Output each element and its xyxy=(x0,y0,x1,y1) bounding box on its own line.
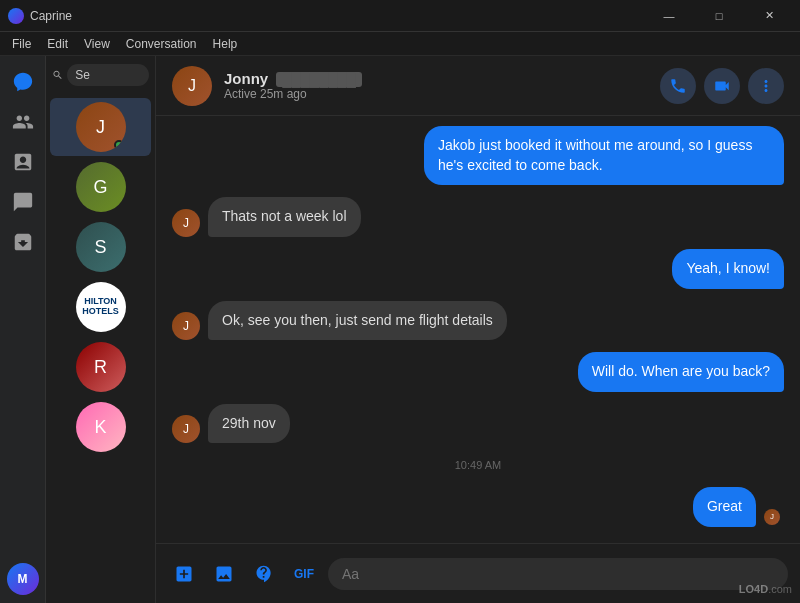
message-row-3: J Thats not a week lol xyxy=(172,197,784,237)
incoming-avatar-2: J xyxy=(172,312,200,340)
my-avatar[interactable]: M xyxy=(7,563,39,595)
icon-sidebar: M xyxy=(0,56,46,603)
title-bar: Caprine — □ ✕ xyxy=(0,0,800,32)
chat-header-status: Active 25m ago xyxy=(224,87,648,101)
message-row-5: J Ok, see you then, just send me flight … xyxy=(172,301,784,341)
chat-header-info: Jonny ████████ Active 25m ago xyxy=(224,70,648,101)
message-row-7: J 29th nov xyxy=(172,404,784,444)
sidebar-item-chat[interactable] xyxy=(5,64,41,100)
app-icon xyxy=(8,8,24,24)
message-bubble-2: Jakob just booked it without me around, … xyxy=(424,126,784,185)
contact-item-6[interactable]: K xyxy=(50,398,151,456)
chat-header-avatar: J xyxy=(172,66,212,106)
message-bubble-6: Will do. When are you back? xyxy=(578,352,784,392)
menu-edit[interactable]: Edit xyxy=(39,35,76,53)
contacts-list: J G S HILTONHOTELS xyxy=(46,94,155,460)
search-icon xyxy=(52,68,63,82)
contact-avatar-6: K xyxy=(76,402,126,452)
video-button[interactable] xyxy=(704,68,740,104)
menu-bar: File Edit View Conversation Help xyxy=(0,32,800,56)
chat-header-actions xyxy=(660,68,784,104)
incoming-avatar-3: J xyxy=(172,415,200,443)
chat-input-area: GIF xyxy=(156,543,800,603)
gif-button[interactable]: GIF xyxy=(288,558,320,590)
message-bubble-3: Thats not a week lol xyxy=(208,197,361,237)
message-row-2: Jakob just booked it without me around, … xyxy=(172,126,784,185)
menu-conversation[interactable]: Conversation xyxy=(118,35,205,53)
phone-button[interactable] xyxy=(660,68,696,104)
close-button[interactable]: ✕ xyxy=(746,0,792,32)
menu-help[interactable]: Help xyxy=(205,35,246,53)
main-layout: M J G xyxy=(0,56,800,603)
timestamp-1: 10:49 AM xyxy=(172,459,784,471)
contact-avatar-2: G xyxy=(76,162,126,212)
more-button[interactable] xyxy=(748,68,784,104)
sidebar-item-contacts[interactable] xyxy=(5,104,41,140)
plus-button[interactable] xyxy=(168,558,200,590)
message-row-4: Yeah, I know! xyxy=(172,249,784,289)
sticker-button[interactable] xyxy=(248,558,280,590)
message-bubble-7: 29th nov xyxy=(208,404,290,444)
chat-header: J Jonny ████████ Active 25m ago xyxy=(156,56,800,116)
incoming-avatar-1: J xyxy=(172,209,200,237)
search-input[interactable] xyxy=(67,64,149,86)
sidebar-item-notifications[interactable] xyxy=(5,184,41,220)
chat-header-name: Jonny ████████ xyxy=(224,70,648,87)
menu-file[interactable]: File xyxy=(4,35,39,53)
message-bubble-5: Ok, see you then, just send me flight de… xyxy=(208,301,507,341)
sidebar-item-groups[interactable] xyxy=(5,144,41,180)
contacts-sidebar: J G S HILTONHOTELS xyxy=(46,56,156,603)
sidebar-item-archive[interactable] xyxy=(5,224,41,260)
sidebar-bottom: M xyxy=(7,563,39,595)
app-title: Caprine xyxy=(30,9,646,23)
message-input[interactable] xyxy=(328,558,788,590)
contact-avatar-hilton: HILTONHOTELS xyxy=(76,282,126,332)
contact-item-5[interactable]: R xyxy=(50,338,151,396)
seen-indicator: J xyxy=(764,507,784,527)
message-row-9: Great J xyxy=(172,487,784,527)
contact-item-jonny[interactable]: J xyxy=(50,98,151,156)
message-row-6: Will do. When are you back? xyxy=(172,352,784,392)
image-button[interactable] xyxy=(208,558,240,590)
minimize-button[interactable]: — xyxy=(646,0,692,32)
message-bubble-4: Yeah, I know! xyxy=(672,249,784,289)
search-bar xyxy=(46,56,155,94)
contact-item-hilton[interactable]: HILTONHOTELS xyxy=(50,278,151,336)
contact-item-3[interactable]: S xyxy=(50,218,151,276)
window-controls: — □ ✕ xyxy=(646,0,792,32)
maximize-button[interactable]: □ xyxy=(696,0,742,32)
messages-area: Hey Jonny. Just to let you know, we're c… xyxy=(156,116,800,543)
message-bubble-great: Great xyxy=(693,487,756,527)
contact-item-2[interactable]: G xyxy=(50,158,151,216)
contact-avatar-5: R xyxy=(76,342,126,392)
contact-avatar-3: S xyxy=(76,222,126,272)
name-blur: ████████ xyxy=(276,72,362,87)
contact-avatar-jonny: J xyxy=(76,102,126,152)
menu-view[interactable]: View xyxy=(76,35,118,53)
chat-area: J Jonny ████████ Active 25m ago xyxy=(156,56,800,603)
